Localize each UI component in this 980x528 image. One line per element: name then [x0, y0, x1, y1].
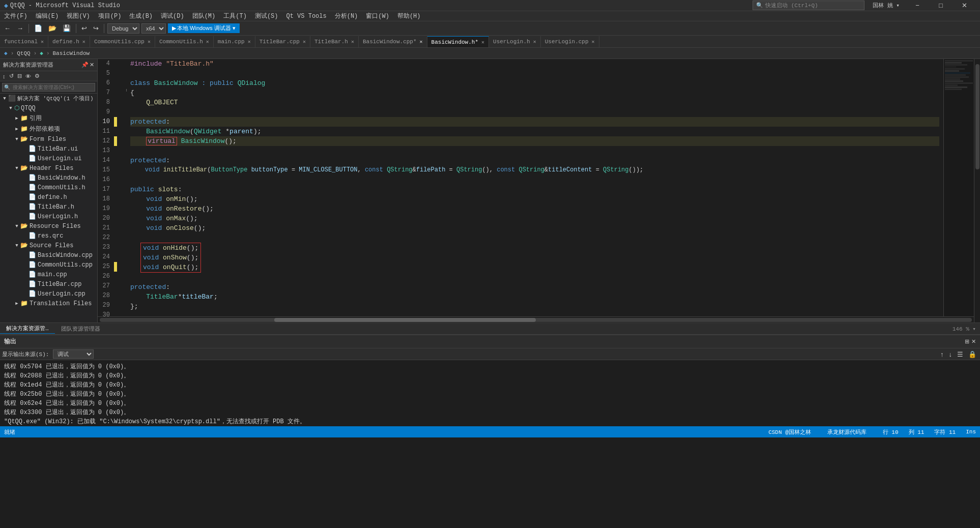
se-show-all-button[interactable]: 👁 [24, 73, 33, 80]
tree-basicwindow-cpp[interactable]: 📄 BasicWindow.cpp [0, 250, 97, 260]
output-source-select[interactable]: 调试 [53, 349, 94, 359]
menu-build[interactable]: 生成(B) [125, 11, 157, 21]
tab-userlogin-cpp[interactable]: UserLogin.cpp✕ [541, 36, 599, 47]
tab-close-functional[interactable]: ✕ [41, 39, 44, 45]
tree-resource-files[interactable]: ▼ 📂 Resource Files [0, 221, 97, 231]
tab-main-cpp[interactable]: main.cpp✕ [214, 36, 255, 47]
tree-commonutils-cpp[interactable]: 📄 CommonUtils.cpp [0, 260, 97, 270]
line-row-16: 16 [98, 175, 126, 185]
tree-res-qrc[interactable]: 📄 res.qrc [0, 231, 97, 241]
tree-references[interactable]: ▶ 📁 引用 [0, 113, 97, 124]
menu-qt[interactable]: Qt VS Tools [282, 12, 330, 21]
tree-source-files[interactable]: ▼ 📂 Source Files [0, 241, 97, 250]
vertical-scrollbar[interactable] [974, 59, 980, 322]
platform-dropdown[interactable]: x64 [141, 23, 166, 34]
tree-translation-files[interactable]: ▶ 📁 Translation Files [0, 299, 97, 308]
minimize-button[interactable]: − [906, 0, 929, 11]
tree-userlogin-cpp[interactable]: 📄 UserLogin.cpp [0, 289, 97, 299]
file-icon-ui: 📄 [28, 145, 36, 153]
tree-titlebar-h[interactable]: 📄 TitleBar.h [0, 202, 97, 212]
tree-basicwindow-h[interactable]: 📄 BasicWindow.h [0, 173, 97, 183]
folder-icon5: 📂 [20, 222, 28, 230]
bottom-tab-solution[interactable]: 解决方案资源管… [0, 324, 55, 334]
file-icon-cpp4: 📄 [28, 280, 36, 288]
menu-help[interactable]: 帮助(H) [393, 11, 425, 21]
status-ins: Ins [966, 429, 976, 435]
output-close-button[interactable]: ✕ [971, 338, 976, 345]
se-search-input[interactable] [12, 83, 78, 91]
toolbar-save[interactable]: 💾 [61, 23, 73, 33]
output-toolbar-btn4[interactable]: 🔒 [967, 350, 978, 359]
tab-titlebar-cpp[interactable]: TitleBar.cpp✕ [255, 36, 310, 47]
output-content[interactable]: 线程 0x5704 已退出，返回值为 0 (0x0)。 线程 0x2088 已退… [0, 360, 980, 426]
tree-external[interactable]: ▶ 📁 外部依赖项 [0, 124, 97, 134]
tree-form-files[interactable]: ▼ 📂 Form Files [0, 134, 97, 144]
line-row-29: 29 [98, 301, 126, 310]
menu-edit[interactable]: 编辑(E) [32, 11, 63, 21]
output-toolbar-btn2[interactable]: ↓ [947, 350, 954, 359]
menu-team[interactable]: 团队(M) [188, 11, 220, 21]
tree-userlogin-ui[interactable]: 📄 UserLogin.ui [0, 154, 97, 163]
toolbar-forward[interactable]: → [15, 23, 25, 33]
debug-config-dropdown[interactable]: Debug [107, 23, 139, 34]
tree-main-cpp[interactable]: 📄 main.cpp [0, 270, 97, 279]
tab-commonutils-cpp[interactable]: CommonUtils.cpp✕ [90, 36, 155, 47]
toolbar-redo[interactable]: ↪ [91, 23, 101, 33]
tree-project[interactable]: ▼ ⬡ QTQQ [0, 103, 97, 113]
se-sync-button[interactable]: ↕ [1, 73, 7, 80]
breadcrumb-file[interactable]: ◆ [40, 50, 43, 56]
tree-solution[interactable]: ▼ ⬛ 解决方案 'QtQQ'(1 个项目) [0, 94, 97, 103]
toolbar-undo[interactable]: ↩ [79, 23, 89, 33]
se-header: 解决方案资源管理器 📌 ✕ [0, 59, 97, 71]
maximize-button[interactable]: □ [929, 0, 953, 11]
menu-window[interactable]: 窗口(W) [362, 11, 393, 21]
menu-file[interactable]: 文件(F) [0, 11, 32, 21]
menu-test[interactable]: 测试(S) [251, 11, 282, 21]
tab-close-define[interactable]: ✕ [82, 39, 85, 45]
menu-analyze[interactable]: 分析(N) [331, 11, 362, 21]
tab-commonutils-h[interactable]: CommonUtils.h✕ [155, 36, 214, 47]
toolbar-new[interactable]: 📄 [32, 23, 44, 33]
tree-define-h[interactable]: 📄 define.h [0, 192, 97, 202]
code-content[interactable]: #include "TitleBar.h" ⊟class BasicWindow… [126, 59, 943, 316]
run-button[interactable]: ▶ 本地 Windows 调试器 ▾ [168, 23, 240, 33]
bottom-tab-team[interactable]: 团队资源管理器 [55, 324, 106, 334]
search-quick[interactable]: 🔍 快速启动 (Ctrl+Q) [753, 1, 864, 10]
se-pin-button[interactable]: 📌 [81, 62, 89, 68]
code-editor[interactable]: 4 5 6 7 [98, 59, 974, 322]
output-float-button[interactable]: ⊞ [965, 338, 969, 345]
horizontal-scrollbar[interactable] [98, 316, 974, 322]
breadcrumb-qtqq[interactable]: QtQQ [17, 50, 30, 56]
breadcrumb-project[interactable]: ◆ [4, 50, 8, 56]
tree-userlogin-h[interactable]: 📄 UserLogin.h [0, 212, 97, 221]
menu-tools[interactable]: 工具(T) [219, 11, 251, 21]
tree-header-files[interactable]: ▼ 📂 Header Files [0, 163, 97, 173]
tab-basicwindow-cpp[interactable]: BasicWindow.cpp*✕ [359, 36, 427, 47]
tab-basicwindow-h[interactable]: BasicWindow.h*✕ [427, 36, 489, 47]
se-close-button[interactable]: ✕ [90, 62, 94, 68]
toolbar-back[interactable]: ← [2, 23, 13, 33]
tab-define-h[interactable]: define.h✕ [48, 36, 90, 47]
tab-functional[interactable]: functional✕ [0, 36, 48, 47]
output-toolbar-btn1[interactable]: ↑ [939, 350, 945, 359]
toolbar-open[interactable]: 📂 [46, 23, 59, 33]
tab-titlebar-h[interactable]: TitleBar.h✕ [310, 36, 359, 47]
tree-titlebar-ui[interactable]: 📄 TitleBar.ui [0, 144, 97, 154]
output-toolbar-btn3[interactable]: ☰ [956, 350, 965, 359]
close-button[interactable]: ✕ [953, 0, 976, 11]
tab-userlogin-h[interactable]: UserLogin.h✕ [489, 36, 541, 47]
tree-commonutils-h[interactable]: 📄 CommonUtils.h [0, 183, 97, 192]
user-label[interactable]: 国林 姚 ▾ [873, 2, 900, 9]
se-refresh-button[interactable]: ↺ [8, 72, 15, 80]
project-icon: ⬡ [14, 104, 19, 112]
se-collapse-button[interactable]: ⊟ [16, 72, 23, 80]
tree-titlebar-cpp[interactable]: 📄 TitleBar.cpp [0, 279, 97, 289]
menu-project[interactable]: 项目(P) [94, 11, 126, 21]
line-row-5: 5 [98, 69, 126, 78]
menu-view[interactable]: 视图(V) [63, 11, 94, 21]
menu-debug[interactable]: 调试(D) [157, 11, 188, 21]
project-label: QTQQ [21, 105, 36, 112]
breadcrumb-class[interactable]: BasicWindow [52, 50, 90, 56]
se-filter-button[interactable]: ⚙ [33, 72, 41, 80]
code-line-28: TitleBar*titleBar; [130, 292, 939, 302]
